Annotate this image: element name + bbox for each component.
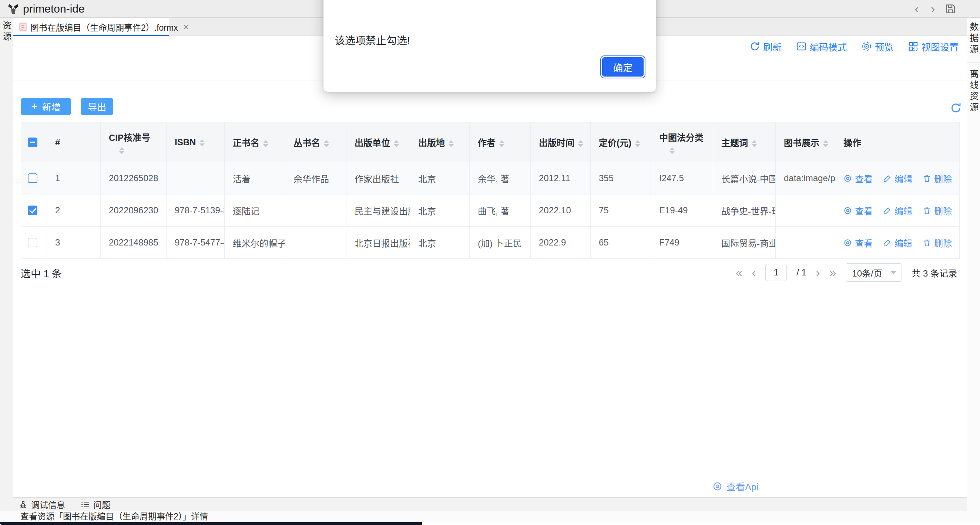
- cell-pubdate: 2022.10: [531, 195, 591, 227]
- cell-isbn: 978-7-5139-38: [167, 195, 224, 227]
- pencil-icon: [883, 174, 891, 182]
- header-series[interactable]: 丛书名: [285, 122, 347, 162]
- cell-isbn: 978-7-5477-43: [167, 227, 224, 259]
- view-link[interactable]: 查看: [843, 236, 873, 249]
- sort-arrows-icon[interactable]: [449, 140, 454, 147]
- table-row: 2 2022096230 978-7-5139-38 逐陆记 民主与建设出版 北…: [21, 195, 959, 227]
- sort-arrows-icon[interactable]: [199, 140, 205, 146]
- cell-clc: I247.5: [651, 162, 713, 195]
- cell-publisher: 民主与建设出版: [347, 195, 410, 227]
- cell-publisher: 北京日报出版社: [347, 227, 410, 259]
- books-table: # CIP核准号 ISBN 正书名 丛书名 出版单位 出版地 作者 出版时间 定…: [21, 122, 959, 259]
- cell-index: 1: [47, 162, 101, 195]
- app-window: primeton-ide ‹ › 资源 数据源 离线资源 图书在版编目（生命周期…: [0, 0, 980, 525]
- page-input[interactable]: [765, 264, 787, 281]
- edit-link[interactable]: 编辑: [883, 204, 912, 217]
- view-settings-button[interactable]: 视图设置: [908, 40, 959, 53]
- edit-link[interactable]: 编辑: [883, 236, 912, 249]
- header-title[interactable]: 正书名: [224, 122, 285, 162]
- sort-arrows-icon[interactable]: [263, 140, 268, 147]
- cell-title: 活着: [224, 162, 285, 195]
- pagination: « ‹ / 1 › » 10条/页 共 3 条记录: [736, 262, 957, 284]
- preview-button[interactable]: 预览: [862, 40, 893, 53]
- tab-formx[interactable]: 图书在版编目（生命周期事件2）.formx ×: [13, 18, 169, 36]
- grid-icon: [908, 41, 918, 51]
- cell-place: 北京: [410, 162, 469, 195]
- header-publisher[interactable]: 出版单位: [347, 122, 410, 162]
- chevron-down-icon: [891, 271, 896, 274]
- rail-item-datasource[interactable]: 数据源: [967, 22, 980, 56]
- header-isbn[interactable]: ISBN: [167, 122, 224, 162]
- header-author[interactable]: 作者: [469, 122, 531, 162]
- eye-icon: [843, 238, 852, 247]
- save-icon[interactable]: [945, 3, 956, 15]
- delete-link[interactable]: 删除: [923, 236, 952, 249]
- edit-link[interactable]: 编辑: [883, 172, 912, 185]
- add-button[interactable]: + 新增: [21, 98, 71, 115]
- prev-page-icon[interactable]: ‹: [752, 266, 756, 278]
- bottom-panel-bar: 调试信息 问题: [13, 497, 967, 511]
- view-link[interactable]: 查看: [843, 172, 873, 185]
- rail-item-resources[interactable]: 资源: [0, 21, 13, 43]
- code-mode-button[interactable]: 编码模式: [796, 40, 847, 53]
- pencil-icon: [883, 238, 891, 247]
- cell-author: (加) 卜正民: [469, 227, 531, 259]
- header-clc[interactable]: 中图法分类: [651, 122, 713, 162]
- next-page-icon[interactable]: ›: [816, 266, 820, 278]
- cell-clc: F749: [651, 227, 713, 259]
- cell-index: 2: [47, 195, 101, 227]
- problems-button[interactable]: 问题: [81, 498, 110, 511]
- delete-link[interactable]: 删除: [923, 204, 952, 217]
- sort-arrows-icon[interactable]: [635, 140, 640, 147]
- sort-arrows-icon[interactable]: [752, 140, 757, 147]
- view-link[interactable]: 查看: [843, 204, 873, 217]
- header-place[interactable]: 出版地: [410, 122, 469, 162]
- refresh-button[interactable]: 刷新: [750, 40, 782, 53]
- cell-index: 3: [47, 227, 101, 259]
- row-checkbox[interactable]: [28, 173, 37, 183]
- list-icon: [81, 500, 90, 509]
- sort-arrows-icon[interactable]: [823, 140, 828, 147]
- sort-arrows-icon[interactable]: [119, 147, 163, 154]
- nav-forward-icon[interactable]: ›: [928, 0, 939, 18]
- rail-divider: [967, 62, 980, 62]
- pencil-icon: [883, 206, 891, 215]
- header-cip[interactable]: CIP核准号: [101, 122, 167, 162]
- cell-cip: 2022148985: [101, 227, 167, 259]
- sort-arrows-icon[interactable]: [670, 147, 710, 154]
- table-header-row: # CIP核准号 ISBN 正书名 丛书名 出版单位 出版地 作者 出版时间 定…: [21, 122, 959, 162]
- sort-arrows-icon[interactable]: [578, 140, 583, 147]
- tab-close-icon[interactable]: ×: [183, 22, 189, 32]
- first-page-icon[interactable]: «: [736, 266, 742, 278]
- view-api-link[interactable]: 查看Api: [713, 479, 758, 493]
- header-display[interactable]: 图书展示: [776, 122, 835, 162]
- last-page-icon[interactable]: »: [830, 266, 837, 278]
- header-subject[interactable]: 主题词: [713, 122, 776, 162]
- cell-actions: 查看 编辑 删除: [835, 162, 959, 195]
- select-all-checkbox[interactable]: [28, 138, 37, 147]
- rail-item-offline-resources[interactable]: 离线资源: [967, 69, 980, 114]
- bottom-dark-strip: [0, 522, 422, 525]
- debug-info-button[interactable]: 调试信息: [19, 498, 65, 511]
- header-price[interactable]: 定价(元): [591, 122, 651, 162]
- nav-back-icon[interactable]: ‹: [911, 0, 922, 18]
- export-button[interactable]: 导出: [81, 98, 113, 115]
- sort-arrows-icon[interactable]: [394, 140, 399, 147]
- sort-arrows-icon[interactable]: [324, 140, 329, 147]
- cell-subject: 战争史-世界-现: [713, 195, 776, 227]
- table-refresh-icon[interactable]: [950, 102, 961, 114]
- preview-eye-icon: [862, 41, 872, 51]
- cell-series: [285, 227, 347, 259]
- sort-arrows-icon[interactable]: [499, 140, 504, 147]
- header-pubdate[interactable]: 出版时间: [531, 122, 591, 162]
- eye-icon: [843, 206, 852, 215]
- header-select-all[interactable]: [21, 122, 47, 162]
- delete-link[interactable]: 删除: [923, 172, 952, 185]
- page-size-select[interactable]: 10条/页: [846, 263, 902, 282]
- ok-button[interactable]: 确定: [602, 57, 644, 76]
- row-checkbox[interactable]: [28, 238, 37, 247]
- cell-actions: 查看 编辑 删除: [835, 195, 959, 227]
- plus-icon: +: [31, 101, 38, 112]
- row-checkbox[interactable]: [28, 206, 37, 215]
- header-actions: 操作: [835, 122, 959, 162]
